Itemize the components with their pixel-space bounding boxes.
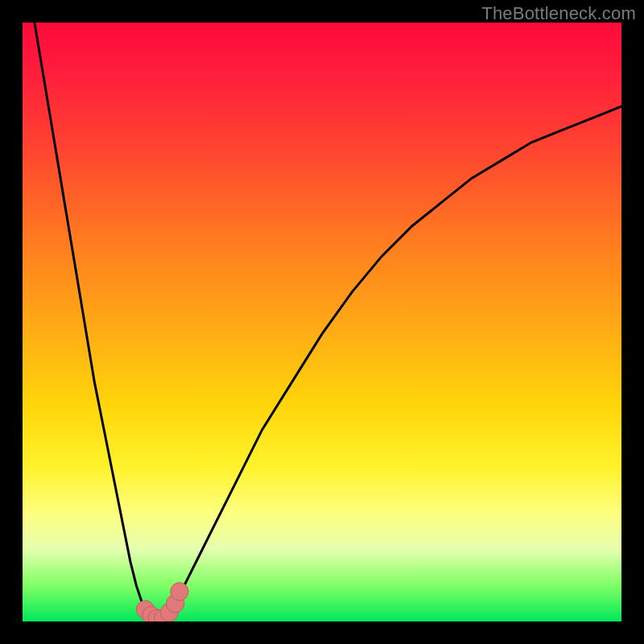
left-branch-curve	[35, 23, 160, 621]
bottleneck-curve-chart	[23, 23, 621, 621]
right-branch-curve	[160, 106, 621, 621]
bottleneck-markers	[136, 583, 188, 621]
watermark-label: TheBottleneck.com	[481, 3, 636, 24]
bottleneck-marker	[171, 583, 188, 601]
plot-area	[23, 23, 621, 621]
